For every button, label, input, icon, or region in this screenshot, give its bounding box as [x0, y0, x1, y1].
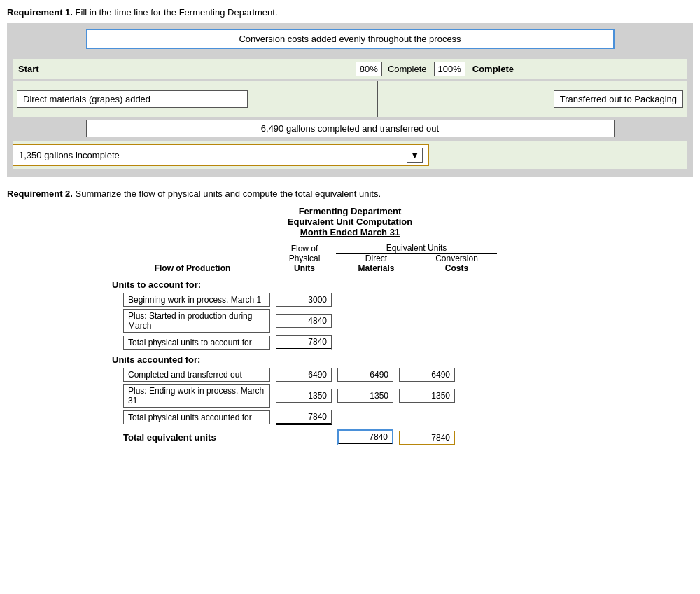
timeline-container: Conversion costs added evenly throughout… [7, 23, 693, 177]
total-equiv-row: Total equivalent units 7840 7840 [112, 429, 588, 446]
plus-started-row: Plus: Started in production during March… [112, 309, 588, 333]
units-accounted-label: Units accounted for: [112, 354, 588, 365]
equivalent-units-header: Equivalent Units [336, 243, 497, 254]
total-accounted-row: Total physical units accounted for 7840 [112, 410, 588, 425]
total-physical-row: Total physical units to account for 7840 [112, 335, 588, 350]
flow-of-header: Flow of [273, 244, 336, 254]
ending-wip-conv-value: 1350 [399, 389, 455, 403]
total-accounted-label: Total physical units accounted for [123, 410, 270, 424]
total-equiv-conv-value: 7840 [399, 431, 455, 445]
materials-header: Materials [336, 263, 416, 273]
conversion-bar: Conversion costs added evenly throughout… [86, 29, 615, 49]
gallons-transferred-box: 6,490 gallons completed and transferred … [86, 120, 615, 137]
ending-wip-value: 1350 [276, 389, 332, 403]
direct-header: Direct [336, 254, 416, 263]
gallons-incomplete-text: 1,350 gallons incomplete [19, 150, 120, 160]
conversion-header: Conversion [416, 254, 497, 263]
units-header: Units [273, 263, 336, 273]
req1-title-bold: Requirement 1. [7, 7, 73, 18]
transferred-out-box: Transferred out to Packaging [554, 90, 683, 108]
total-physical-value: 7840 [276, 335, 332, 350]
completed-row: Completed and transferred out 6490 6490 … [112, 368, 588, 382]
transferred-out-label: Transferred out to Packaging [560, 94, 677, 104]
month-header: Month Ended March 31 [7, 227, 693, 237]
direct-materials-box: Direct materials (grapes) added [17, 90, 248, 108]
col-header-top: Flow of Equivalent Units [112, 243, 588, 254]
flow-production-header: Flow of Production [112, 263, 273, 273]
completed-conv-value: 6490 [399, 368, 455, 382]
total-equiv-label: Total equivalent units [123, 432, 270, 443]
percent-80-box: 80% [356, 62, 382, 76]
direct-materials-label: Direct materials (grapes) added [23, 94, 150, 104]
direct-materials-row: Direct materials (grapes) added Transfer… [13, 81, 687, 117]
start-label: Start [18, 64, 53, 74]
physical-header: Physical [273, 254, 336, 263]
gallons-incomplete-row: 1,350 gallons incomplete ▼ [13, 141, 687, 169]
ending-wip-label: Plus: Ending work in process, March 31 [123, 384, 270, 408]
conversion-bar-text: Conversion costs added evenly throughout… [239, 34, 461, 44]
beg-wip-row: Beginning work in process, March 1 3000 [112, 293, 588, 307]
ending-wip-dm-value: 1350 [337, 389, 393, 403]
beg-work-label: Beginning work in process, March 1 [123, 293, 270, 307]
dept-header: Fermenting Department [7, 206, 693, 216]
total-physical-label: Total physical units to account for [123, 336, 270, 350]
req2-title-rest: Summarize the flow of physical units and… [76, 188, 381, 199]
req2-container: Requirement 2. Summarize the flow of phy… [7, 188, 693, 446]
plus-started-label: Plus: Started in production during March [123, 309, 270, 333]
completed-value: 6490 [276, 368, 332, 382]
completed-dm-value: 6490 [337, 368, 393, 382]
dropdown-arrow-icon[interactable]: ▼ [407, 148, 423, 163]
completed-label: Completed and transferred out [123, 368, 270, 382]
plus-started-value: 4840 [276, 314, 332, 328]
percent-100-box: 100% [434, 62, 465, 76]
units-to-account-label: Units to account for: [112, 279, 588, 290]
total-equiv-dm-value: 7840 [337, 429, 393, 446]
incomplete-select-box[interactable]: 1,350 gallons incomplete ▼ [13, 144, 429, 166]
col-header-mid: Physical Direct Conversion [112, 254, 588, 263]
table-headers: Fermenting Department Equivalent Unit Co… [7, 206, 693, 237]
complete-label: Complete [388, 64, 427, 74]
beg-work-value: 3000 [276, 293, 332, 307]
req1-title: Requirement 1. Fill in the time line for… [7, 7, 693, 18]
costs-header: Costs [416, 263, 497, 273]
gallons-transferred-row: 6,490 gallons completed and transferred … [13, 120, 687, 137]
total-accounted-value: 7840 [276, 410, 332, 425]
gallons-transferred-text: 6,490 gallons completed and transferred … [261, 123, 439, 134]
ending-wip-row: Plus: Ending work in process, March 31 1… [112, 384, 588, 408]
col-header-bottom: Flow of Production Units Materials Costs [112, 263, 588, 275]
equiv-header: Equivalent Unit Computation [7, 216, 693, 227]
req2-title-bold: Requirement 2. [7, 188, 73, 199]
complete-label2: Complete [472, 64, 514, 74]
req2-title: Requirement 2. Summarize the flow of phy… [7, 188, 693, 199]
req1-title-rest: Fill in the time line for the Fermenting… [76, 7, 278, 18]
main-table: Flow of Equivalent Units Physical Direct… [112, 243, 588, 446]
